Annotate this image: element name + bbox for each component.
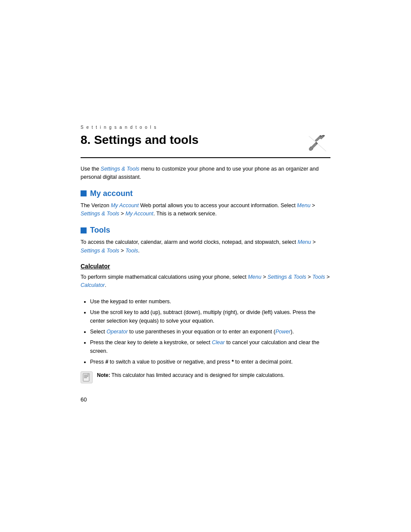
calculator-link[interactable]: Calculator <box>81 282 105 288</box>
my-account-square <box>81 190 87 196</box>
settings-tools-link-3[interactable]: Settings & Tools <box>268 274 306 280</box>
tools-icon <box>305 133 330 155</box>
note-box: Note: This calculator has limited accura… <box>81 371 330 383</box>
tools-link[interactable]: Tools <box>125 248 138 254</box>
power-link[interactable]: Power <box>275 329 290 335</box>
note-icon <box>81 371 93 383</box>
my-account-title: My account <box>90 189 133 198</box>
calculator-title: Calculator <box>81 263 330 270</box>
menu-link-3[interactable]: Menu <box>248 274 261 280</box>
svg-marker-9 <box>88 373 90 375</box>
chapter-label: S e t t i n g s a n d t o o l s <box>81 125 330 130</box>
my-account-link[interactable]: My Account <box>111 202 139 208</box>
chapter-title: 8. Settings and tools <box>81 133 300 147</box>
clear-link[interactable]: Clear <box>212 339 225 345</box>
settings-tools-link-2[interactable]: Settings & Tools <box>81 248 119 254</box>
tools-square <box>81 227 87 233</box>
operator-link[interactable]: Operator <box>106 329 128 335</box>
bullet-2: Use the scroll key to add (up), subtract… <box>90 308 330 325</box>
tools-body: To access the calculator, calendar, alar… <box>81 238 330 255</box>
note-body: This calculator has limited accuracy and… <box>110 372 285 378</box>
content-area: S e t t i n g s a n d t o o l s 8. Setti… <box>72 0 339 403</box>
svg-rect-6 <box>84 375 88 376</box>
tools-title: Tools <box>90 226 110 235</box>
page-number: 60 <box>81 396 330 403</box>
my-account-heading: My account <box>81 189 330 198</box>
bullet-4: Press the clear key to delete a keystrok… <box>90 339 330 355</box>
svg-rect-7 <box>84 376 88 377</box>
bullet-3: Select Operator to use parentheses in yo… <box>90 328 330 336</box>
page-container: S e t t i n g s a n d t o o l s 8. Setti… <box>0 0 411 532</box>
my-account-link-2[interactable]: My Account <box>125 211 153 217</box>
note-text: Note: This calculator has limited accura… <box>97 371 284 379</box>
bullet-1: Use the keypad to enter numbers. <box>90 298 330 306</box>
tools-link-2[interactable]: Tools <box>312 274 325 280</box>
intro-paragraph: Use the Settings & Tools menu to customi… <box>81 165 330 181</box>
svg-rect-8 <box>84 377 87 378</box>
tools-heading: Tools <box>81 226 330 235</box>
note-label: Note: <box>97 372 110 378</box>
menu-link-1[interactable]: Menu <box>297 202 310 208</box>
settings-tools-link-1[interactable]: Settings & Tools <box>81 211 119 217</box>
chapter-header: 8. Settings and tools <box>81 133 330 158</box>
bullet-5: Press # to switch a value to positive or… <box>90 358 330 366</box>
calculator-bullets: Use the keypad to enter numbers. Use the… <box>81 298 330 367</box>
svg-point-3 <box>309 147 312 151</box>
note-doc-icon <box>83 373 90 382</box>
menu-link-2[interactable]: Menu <box>298 239 311 245</box>
svg-rect-2 <box>314 136 321 142</box>
settings-tools-link-intro[interactable]: Settings & Tools <box>101 166 140 172</box>
calculator-intro: To perform simple mathematical calculati… <box>81 273 330 290</box>
my-account-body: The Verizon My Account Web portal allows… <box>81 202 330 218</box>
